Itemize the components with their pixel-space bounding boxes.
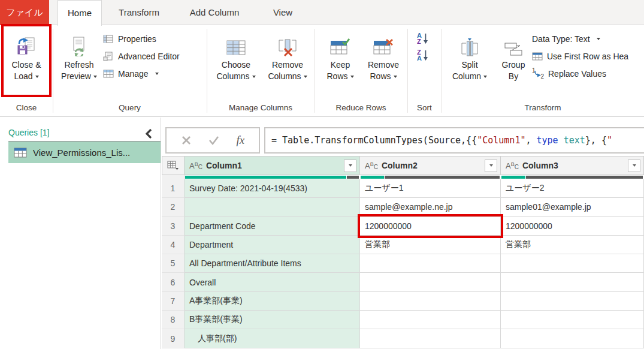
formula-text: type <box>537 135 558 146</box>
row-number[interactable]: 5 <box>162 254 185 273</box>
table-cell[interactable]: 営業部 <box>501 236 644 254</box>
column-filter-button[interactable] <box>628 160 640 172</box>
table-cell[interactable]: All Department/Attribute Items <box>185 254 360 273</box>
table-cell[interactable] <box>501 254 644 273</box>
table-cell[interactable]: sample01@example.jp <box>501 198 644 216</box>
choose-columns-button[interactable]: Choose Columns <box>211 28 261 100</box>
data-type-button[interactable]: Data Type: Text <box>532 30 644 47</box>
table-cell[interactable]: B事業部(事業) <box>185 311 360 329</box>
table-cell[interactable]: sample@example.ne.jp <box>360 198 501 216</box>
close-and-load-button[interactable]: Close & Load <box>4 28 49 100</box>
table-cell[interactable] <box>360 273 501 291</box>
table-cell[interactable]: 人事部(部) <box>185 329 360 348</box>
split-column-label-line2: Column <box>452 71 481 81</box>
advanced-editor-icon <box>103 52 114 61</box>
keep-rows-button[interactable]: Keep Rows <box>320 28 361 100</box>
row-number[interactable]: 7 <box>162 292 185 311</box>
properties-icon <box>103 35 114 43</box>
text-type-icon: ABC <box>506 161 519 170</box>
group-label-sort: Sort <box>407 102 442 114</box>
quality-other-segment <box>526 176 643 179</box>
table-cell[interactable]: Survey Date: 2021-04-19(4533) <box>185 179 360 198</box>
split-column-button[interactable]: Split Column <box>445 28 495 100</box>
quality-bar-column1 <box>185 175 360 179</box>
formula-text: text <box>564 135 585 146</box>
ribbon: Close & Load Close Refresh Preview <box>0 26 644 117</box>
table-cell[interactable] <box>501 273 644 291</box>
table-row: 6Overall <box>162 273 644 291</box>
table-row: 3Department Code12000000001200000000 <box>162 217 644 236</box>
manage-button[interactable]: Manage <box>103 65 180 82</box>
group-by-button[interactable]: Group By <box>496 28 531 100</box>
row-number[interactable]: 1 <box>162 179 185 198</box>
tab-view[interactable]: View <box>266 0 300 25</box>
row-number[interactable]: 9 <box>162 329 185 348</box>
properties-button[interactable]: Properties <box>103 30 180 47</box>
row-number[interactable]: 4 <box>162 236 185 254</box>
group-divider <box>407 29 408 113</box>
text-type-icon: ABC <box>189 161 202 170</box>
row-number[interactable]: 3 <box>162 217 185 236</box>
column-header-column1[interactable]: ABC Column1 <box>185 156 360 175</box>
sort-ascending-button[interactable]: A Z <box>415 30 428 47</box>
group-divider <box>53 29 53 113</box>
tab-home[interactable]: Home <box>58 0 102 26</box>
table-cell-highlighted[interactable]: 1200000000 <box>360 217 501 236</box>
use-first-row-as-headers-button[interactable]: Use First Row as Hea <box>532 47 644 65</box>
replace-values-button[interactable]: 1 2 Replace Values <box>532 65 644 82</box>
tab-add-column[interactable]: Add Column <box>180 0 249 25</box>
column-filter-button[interactable] <box>344 160 356 172</box>
row-number[interactable]: 8 <box>162 311 185 329</box>
table-cell[interactable]: Department Code <box>185 217 360 236</box>
row-number[interactable]: 6 <box>162 273 185 291</box>
advanced-editor-button[interactable]: Advanced Editor <box>103 47 180 65</box>
table-cell[interactable] <box>501 329 644 348</box>
table-cell[interactable]: A事業部(事業) <box>185 292 360 311</box>
formula-text: " <box>607 135 612 146</box>
table-cell[interactable]: ユーザー1 <box>360 179 501 198</box>
table-cell[interactable]: 営業部 <box>360 236 501 254</box>
column-quality-bar-row <box>162 175 644 179</box>
sort-za-icon: Z A <box>417 49 422 61</box>
remove-columns-icon <box>277 31 298 56</box>
row-number[interactable]: 2 <box>162 198 185 216</box>
keep-rows-icon <box>329 31 351 56</box>
table-row: 7A事業部(事業) <box>162 292 644 311</box>
table-menu-button[interactable] <box>162 156 185 175</box>
table-cell[interactable]: Department <box>185 236 360 254</box>
table-cell[interactable] <box>360 254 501 273</box>
table-cell[interactable] <box>501 292 644 311</box>
table-cell[interactable]: ユーザー2 <box>501 179 644 198</box>
query-list-item[interactable]: View_Permissions_Lis... <box>8 141 161 163</box>
sort-descending-button[interactable]: Z A <box>415 47 428 64</box>
remove-columns-button[interactable]: Remove Columns <box>262 28 313 100</box>
table-row: 4Department営業部営業部 <box>162 236 644 254</box>
table-cell[interactable] <box>185 198 360 216</box>
tab-transform[interactable]: Transform <box>111 0 167 25</box>
table-cell[interactable] <box>360 311 501 329</box>
text-type-icon: ABC <box>365 161 378 170</box>
refresh-preview-button[interactable]: Refresh Preview <box>58 28 101 100</box>
remove-rows-label-line1: Remove <box>368 60 399 70</box>
choose-columns-icon <box>226 31 246 56</box>
table-cell[interactable]: Overall <box>185 273 360 291</box>
column-header-label: Column1 <box>206 161 242 170</box>
column-header-column3[interactable]: ABC Column3 <box>501 156 644 175</box>
remove-rows-button[interactable]: Remove Rows <box>362 28 405 100</box>
column-header-label: Column2 <box>382 161 418 170</box>
data-type-label: Data Type: Text <box>532 34 590 44</box>
formula-text <box>558 135 564 146</box>
dropdown-caret-icon <box>252 76 256 78</box>
tab-file[interactable]: ファイル <box>0 0 49 25</box>
commit-formula-icon[interactable] <box>208 135 220 146</box>
collapse-panel-button[interactable] <box>145 128 155 139</box>
table-cell[interactable] <box>360 329 501 348</box>
column-filter-button[interactable] <box>485 160 497 172</box>
cancel-formula-icon[interactable] <box>181 135 192 146</box>
table-cell[interactable] <box>501 311 644 329</box>
table-cell[interactable] <box>360 292 501 311</box>
column-header-column2[interactable]: ABC Column2 <box>360 156 501 175</box>
formula-input[interactable]: = Table.TransformColumnTypes(Source,{{"C… <box>264 127 644 154</box>
table-cell[interactable]: 1200000000 <box>501 217 644 236</box>
split-column-label-line1: Split <box>461 60 477 70</box>
